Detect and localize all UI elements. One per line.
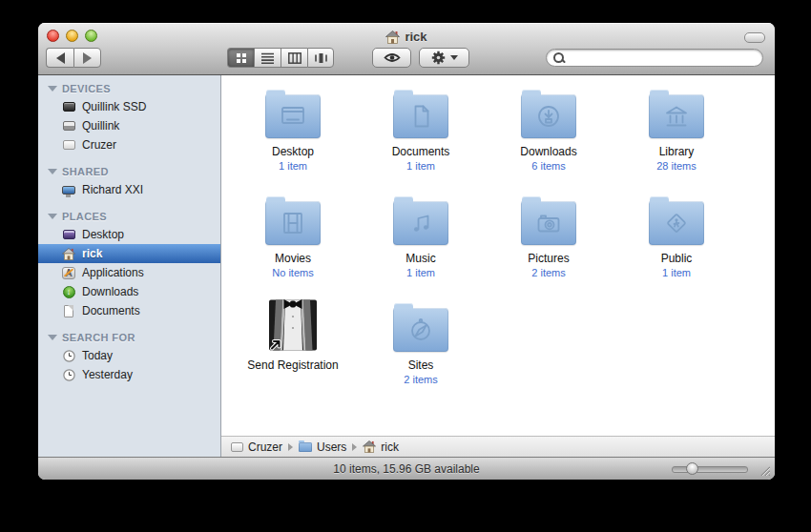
quick-look-button[interactable] <box>372 48 411 68</box>
resize-grip[interactable] <box>759 464 770 476</box>
item-name[interactable]: Movies <box>275 253 311 265</box>
action-button[interactable] <box>419 48 469 68</box>
pictures-folder-icon[interactable] <box>521 201 576 245</box>
sidebar-section-devices[interactable]: DEVICES <box>38 80 220 97</box>
applications-icon: A <box>61 266 76 280</box>
section-label: PLACES <box>62 211 107 222</box>
music-folder-icon[interactable] <box>393 201 448 245</box>
icon-grid: Desktop 1 item Documents 1 item <box>221 75 775 405</box>
grid-item-downloads[interactable]: Downloads 6 items <box>485 85 613 192</box>
path-segment-cruzer[interactable]: Cruzer <box>231 440 282 454</box>
document-icon <box>61 304 76 318</box>
forward-button[interactable] <box>73 48 101 68</box>
grid-item-send-registration[interactable]: Send Registration <box>229 298 357 405</box>
sidebar-item-quillink-ssd[interactable]: Quillink SSD <box>38 97 220 116</box>
alias-arrow-icon <box>272 341 280 349</box>
grid-item-sites[interactable]: Sites 2 items <box>357 298 485 405</box>
library-folder-icon[interactable] <box>649 94 704 138</box>
icon-view-area[interactable]: Desktop 1 item Documents 1 item <box>221 75 775 436</box>
item-name[interactable]: Desktop <box>272 146 314 158</box>
public-folder-icon[interactable] <box>649 201 704 245</box>
column-view-button[interactable] <box>281 48 307 68</box>
coverflow-view-button[interactable] <box>307 48 334 68</box>
gear-icon <box>431 51 446 65</box>
path-separator-icon <box>352 443 357 451</box>
path-label: rick <box>381 440 399 454</box>
downloads-folder-icon[interactable] <box>521 94 576 138</box>
home-icon <box>385 31 400 44</box>
item-name[interactable]: Music <box>406 253 435 265</box>
path-segment-users[interactable]: Users <box>299 440 346 454</box>
sidebar-section-shared[interactable]: SHARED <box>38 163 220 180</box>
section-label: SEARCH FOR <box>62 332 135 343</box>
sidebar-item-applications[interactable]: A Applications <box>38 263 220 282</box>
column-view-icon <box>288 52 302 64</box>
sidebar-item-today[interactable]: Today <box>38 346 220 365</box>
grid-item-pictures[interactable]: Pictures 2 items <box>485 192 613 298</box>
sidebar-item-rick[interactable]: rick <box>38 244 220 263</box>
sidebar-item-documents[interactable]: Documents <box>38 301 220 320</box>
slider-knob[interactable] <box>686 462 698 475</box>
icon-size-slider[interactable] <box>672 466 748 473</box>
list-view-button[interactable] <box>254 48 281 68</box>
sidebar-section-search-for[interactable]: SEARCH FOR <box>38 329 220 346</box>
search-icon <box>553 52 564 63</box>
search-field[interactable] <box>546 49 763 67</box>
sidebar-item-yesterday[interactable]: Yesterday <box>38 365 220 384</box>
disclosure-triangle-icon[interactable] <box>48 214 57 219</box>
eye-icon <box>384 52 401 63</box>
sidebar-item-desktop[interactable]: Desktop <box>38 225 220 244</box>
item-name[interactable]: Documents <box>392 146 450 158</box>
grid-item-movies[interactable]: Movies No items <box>229 192 357 298</box>
item-count: 2 items <box>531 267 565 278</box>
item-count: 1 item <box>406 267 435 278</box>
finder-window: rick <box>38 23 775 480</box>
item-name[interactable]: Library <box>659 146 695 158</box>
icon-view-button[interactable] <box>227 48 254 68</box>
back-button[interactable] <box>46 48 73 68</box>
sidebar: DEVICES Quillink SSD Quillink Cruzer SHA… <box>38 75 221 457</box>
sidebar-item-label: Desktop <box>82 228 124 241</box>
search-input[interactable] <box>569 51 756 66</box>
grid-item-music[interactable]: Music 1 item <box>357 192 485 298</box>
title-bar: rick <box>38 23 775 75</box>
grid-item-public[interactable]: Public 1 item <box>613 192 740 298</box>
path-segment-rick[interactable]: rick <box>363 440 399 454</box>
coverflow-view-icon <box>314 52 328 64</box>
disclosure-triangle-icon[interactable] <box>48 335 57 340</box>
sidebar-item-quillink[interactable]: Quillink <box>38 116 220 135</box>
toolbar-toggle-button[interactable] <box>744 32 765 43</box>
item-name[interactable]: Send Registration <box>247 359 338 372</box>
sidebar-section-places[interactable]: PLACES <box>38 208 220 225</box>
disclosure-triangle-icon[interactable] <box>48 86 57 92</box>
sidebar-item-richard-xxi[interactable]: Richard XXI <box>38 180 220 199</box>
documents-folder-icon[interactable] <box>393 94 448 138</box>
item-count: 2 items <box>404 374 437 385</box>
item-count: 1 item <box>279 160 307 172</box>
grid-item-desktop[interactable]: Desktop 1 item <box>229 85 357 192</box>
grid-item-documents[interactable]: Documents 1 item <box>357 85 485 192</box>
hard-drive-icon <box>61 119 76 133</box>
sidebar-item-label: rick <box>82 247 102 260</box>
item-name[interactable]: Public <box>661 253 693 265</box>
grid-item-library[interactable]: Library 28 items <box>613 85 740 192</box>
home-icon <box>363 440 376 453</box>
path-label: Cruzer <box>248 440 282 454</box>
sidebar-item-cruzer[interactable]: Cruzer <box>38 135 220 154</box>
folder-icon <box>299 442 312 452</box>
item-name[interactable]: Sites <box>408 359 434 372</box>
disclosure-triangle-icon[interactable] <box>48 169 57 174</box>
desktop-folder-icon[interactable] <box>265 94 321 138</box>
home-icon <box>61 247 76 261</box>
section-label: DEVICES <box>62 83 111 94</box>
sites-folder-icon[interactable] <box>393 308 448 352</box>
movies-folder-icon[interactable] <box>265 201 321 245</box>
status-bar: 10 items, 15.96 GB available <box>38 457 775 480</box>
item-name[interactable]: Pictures <box>528 253 569 265</box>
tuxedo-alias-icon[interactable] <box>266 298 320 352</box>
sidebar-item-downloads[interactable]: ↓ Downloads <box>38 282 220 301</box>
chevron-down-icon <box>450 55 458 60</box>
status-text: 10 items, 15.96 GB available <box>333 462 479 476</box>
item-name[interactable]: Downloads <box>520 146 576 158</box>
sidebar-item-label: Applications <box>82 266 144 279</box>
